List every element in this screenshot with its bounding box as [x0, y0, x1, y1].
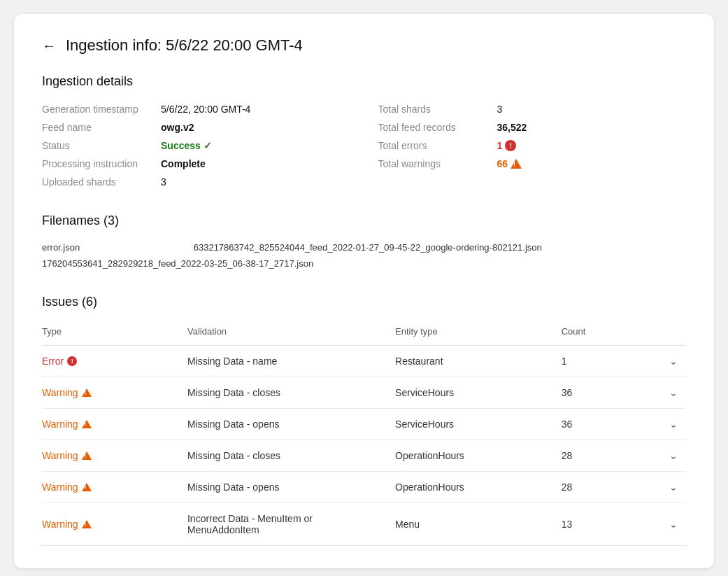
detail-row-feed-records: Total feed records 36,522	[378, 118, 687, 136]
detail-label-uploaded-shards: Uploaded shards	[42, 176, 161, 188]
col-entity-type: Entity type	[395, 321, 562, 346]
row-expand-6[interactable]: ⌄	[645, 503, 686, 545]
detail-row-uploaded-shards: Uploaded shards 3	[42, 173, 350, 191]
detail-label-timestamp: Generation timestamp	[42, 104, 161, 115]
detail-row-processing: Processing instruction Complete	[42, 155, 350, 173]
filenames-section: Filenames (3) error.json 633217863742_82…	[42, 213, 686, 272]
row-type-warning-3: Warning	[42, 408, 187, 440]
row-count-5: 28	[562, 471, 645, 503]
col-validation: Validation	[187, 321, 395, 346]
detail-label-feed: Feed name	[42, 122, 161, 133]
row-count-6: 13	[562, 503, 645, 545]
detail-value-total-errors: 1 !	[497, 140, 517, 151]
table-row: Warning Missing Data - opens OperationHo…	[42, 471, 686, 503]
issues-table: Type Validation Entity type Count Error …	[42, 321, 686, 546]
warning-text: Warning	[42, 482, 78, 493]
warning-text: Warning	[42, 387, 78, 398]
warning-icon	[82, 483, 92, 491]
ingestion-details-title: Ingestion details	[42, 74, 686, 89]
row-count-2: 36	[562, 377, 645, 408]
details-right: Total shards 3 Total feed records 36,522…	[378, 100, 687, 191]
row-entity-4: OperationHours	[395, 440, 562, 471]
error-dot-icon: !	[505, 140, 516, 151]
error-count: 1	[497, 140, 503, 151]
detail-label-processing: Processing instruction	[42, 158, 161, 169]
detail-value-processing: Complete	[161, 158, 206, 169]
row-entity-2: ServiceHours	[395, 377, 562, 408]
row-validation-3: Missing Data - opens	[187, 408, 395, 440]
filenames-list: error.json 633217863742_825524044_feed_2…	[42, 239, 686, 272]
col-expand	[645, 321, 686, 346]
row-validation-4: Missing Data - closes	[187, 440, 395, 471]
detail-label-total-errors: Total errors	[378, 140, 497, 151]
detail-row-status: Status Success ✓	[42, 136, 350, 155]
detail-row-total-shards: Total shards 3	[378, 100, 687, 118]
issues-table-header: Type Validation Entity type Count	[42, 321, 686, 346]
detail-value-feed-records: 36,522	[497, 122, 527, 133]
row-entity-1: Restaurant	[395, 345, 562, 377]
ingestion-details-section: Ingestion details Generation timestamp 5…	[42, 74, 686, 191]
detail-value-timestamp: 5/6/22, 20:00 GMT-4	[161, 104, 250, 115]
row-expand-5[interactable]: ⌄	[645, 471, 686, 503]
detail-value-uploaded-shards: 3	[161, 176, 166, 188]
main-card: ← Ingestion info: 5/6/22 20:00 GMT-4 Ing…	[14, 14, 714, 568]
row-entity-5: OperationHours	[395, 471, 562, 503]
warning-count: 66	[497, 158, 508, 169]
type-warning-label: Warning	[42, 419, 179, 430]
chevron-down-icon[interactable]: ⌄	[669, 387, 678, 398]
col-count: Count	[562, 321, 645, 346]
chevron-down-icon[interactable]: ⌄	[669, 356, 678, 367]
issues-title: Issues (6)	[42, 295, 686, 309]
chevron-down-icon[interactable]: ⌄	[669, 450, 678, 461]
detail-value-total-warnings: 66	[497, 158, 522, 169]
issues-section: Issues (6) Type Validation Entity type C…	[42, 295, 686, 546]
table-row: Warning Missing Data - closes OperationH…	[42, 440, 686, 471]
chevron-down-icon[interactable]: ⌄	[669, 519, 678, 530]
back-button[interactable]: ←	[42, 38, 56, 54]
detail-row-timestamp: Generation timestamp 5/6/22, 20:00 GMT-4	[42, 100, 350, 118]
warning-icon	[82, 388, 92, 397]
filenames-title: Filenames (3)	[42, 213, 686, 228]
table-row: Warning Missing Data - closes ServiceHou…	[42, 377, 686, 408]
row-validation-2: Missing Data - closes	[187, 377, 395, 408]
filename-1: error.json 633217863742_825524044_feed_2…	[42, 239, 686, 255]
table-row: Warning Incorrect Data - MenuItem or Men…	[42, 503, 686, 545]
type-warning-label: Warning	[42, 387, 179, 398]
detail-row-total-warnings: Total warnings 66	[378, 155, 687, 173]
chevron-down-icon[interactable]: ⌄	[669, 482, 678, 493]
row-validation-1: Missing Data - name	[187, 345, 395, 377]
row-count-4: 28	[562, 440, 645, 471]
detail-row-total-errors: Total errors 1 !	[378, 136, 687, 155]
detail-label-total-shards: Total shards	[378, 104, 497, 115]
warning-text: Warning	[42, 419, 78, 430]
warning-icon	[82, 520, 92, 528]
warning-icon	[82, 420, 92, 428]
type-warning-label: Warning	[42, 450, 179, 461]
col-type: Type	[42, 321, 187, 346]
detail-label-status: Status	[42, 140, 161, 151]
type-warning-label: Warning	[42, 519, 179, 530]
warning-text: Warning	[42, 450, 78, 461]
detail-row-feed: Feed name owg.v2	[42, 118, 350, 136]
row-entity-6: Menu	[395, 503, 562, 545]
row-type-warning-6: Warning	[42, 503, 187, 545]
type-error-label: Error !	[42, 356, 179, 367]
chevron-down-icon[interactable]: ⌄	[669, 419, 678, 430]
row-count-3: 36	[562, 408, 645, 440]
row-validation-6: Incorrect Data - MenuItem or MenuAddonIt…	[187, 503, 395, 545]
row-entity-3: ServiceHours	[395, 408, 562, 440]
type-warning-label: Warning	[42, 482, 179, 493]
row-expand-2[interactable]: ⌄	[645, 377, 686, 408]
page-header: ← Ingestion info: 5/6/22 20:00 GMT-4	[42, 36, 686, 55]
row-expand-1[interactable]: ⌄	[645, 345, 686, 377]
row-expand-3[interactable]: ⌄	[645, 408, 686, 440]
table-row: Error ! Missing Data - name Restaurant 1…	[42, 345, 686, 377]
detail-label-total-warnings: Total warnings	[378, 158, 497, 169]
error-icon: !	[67, 356, 77, 366]
table-row: Warning Missing Data - opens ServiceHour…	[42, 408, 686, 440]
filename-2: 176204553641_282929218_feed_2022-03-25_0…	[42, 255, 686, 272]
warning-icon	[82, 451, 92, 460]
row-expand-4[interactable]: ⌄	[645, 440, 686, 471]
error-text: Error	[42, 356, 64, 367]
detail-value-feed: owg.v2	[161, 122, 194, 133]
